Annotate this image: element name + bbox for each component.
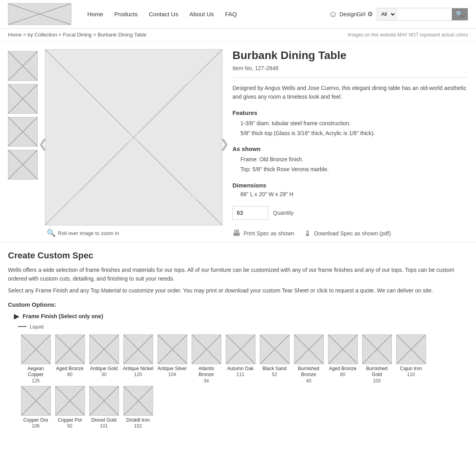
finish-item[interactable]: Burnished Gold103 bbox=[361, 334, 393, 384]
finish-count: 80 bbox=[67, 372, 72, 377]
finish-item[interactable]: Burnished Bronze40 bbox=[293, 334, 324, 384]
finish-item[interactable]: Drexel Gold101 bbox=[88, 386, 120, 429]
custom-spec-desc1: Wells offers a wide selection of frame f… bbox=[8, 266, 468, 283]
logo[interactable] bbox=[8, 3, 71, 25]
quantity-label: Quantity bbox=[273, 210, 294, 216]
finish-name: Cajun Iron bbox=[400, 366, 422, 372]
finish-name: Burnished Gold bbox=[361, 366, 393, 378]
finish-swatch bbox=[21, 386, 51, 416]
finish-item[interactable]: Driskill Iron102 bbox=[122, 386, 154, 429]
finish-count: 30 bbox=[101, 372, 106, 377]
gear-icon[interactable]: ⚙ bbox=[367, 10, 373, 18]
print-spec-button[interactable]: 🖶 Print Spec as shown bbox=[232, 229, 294, 238]
finish-item[interactable]: Antique Gold30 bbox=[88, 334, 120, 384]
product-title: Burbank Dining Table bbox=[232, 49, 468, 62]
finish-item[interactable]: Atlantis Bronze34 bbox=[190, 334, 222, 384]
finish-name: Antique Gold bbox=[90, 366, 117, 372]
username: DesignGirl bbox=[340, 11, 365, 17]
search-input[interactable] bbox=[396, 8, 452, 20]
nav-about[interactable]: About Us bbox=[189, 11, 214, 17]
product-info: Burbank Dining Table Item No. 127-2848 D… bbox=[228, 49, 468, 238]
search-select[interactable]: All bbox=[377, 8, 396, 20]
finish-item[interactable]: Copper Ore106 bbox=[20, 386, 52, 429]
breadcrumb-collection[interactable]: by Collection bbox=[28, 32, 57, 38]
finish-swatch bbox=[21, 334, 51, 364]
finish-swatch bbox=[123, 386, 153, 416]
next-button[interactable]: ❯ bbox=[217, 135, 231, 153]
finish-name: Aegean Copper bbox=[20, 366, 52, 378]
finish-count: 120 bbox=[134, 372, 142, 377]
breadcrumb: Home > by Collection > Focal Dining > Bu… bbox=[8, 32, 146, 38]
feature-1: 1-3/8" diam. tubular steel frame constru… bbox=[240, 118, 468, 128]
finish-item[interactable]: Aged Bronze80 bbox=[327, 334, 359, 384]
nav-contact[interactable]: Contact Us bbox=[149, 11, 178, 17]
as-shown-section: As shown Frame: Old Bronze finish. Top: … bbox=[232, 145, 468, 174]
finish-swatch bbox=[89, 334, 119, 364]
prev-button[interactable]: ❮ bbox=[36, 135, 50, 153]
finishes-grid: Aegean Copper125Aged Bronze80Antique Gol… bbox=[8, 334, 468, 429]
liquid-label: Liquid bbox=[30, 324, 44, 330]
breadcrumb-bar: Home > by Collection > Focal Dining > Bu… bbox=[0, 29, 476, 41]
thumbnail-4[interactable] bbox=[8, 150, 38, 180]
finish-name: Copper Ore bbox=[23, 417, 48, 424]
finish-swatch bbox=[294, 334, 324, 364]
item-number: Item No. 127-2848 bbox=[232, 65, 468, 78]
frame-finish-row: ▶ Frame Finish (Select only one) bbox=[14, 312, 468, 321]
finish-item[interactable]: Cajun Iron110 bbox=[395, 334, 427, 384]
search-button[interactable]: 🔍 bbox=[452, 8, 468, 20]
color-notice: Images on this website MAY NOT represent… bbox=[348, 32, 468, 38]
finish-count: 103 bbox=[373, 378, 381, 384]
dimensions-label: Dimensions bbox=[232, 182, 468, 189]
finish-item[interactable]: Antique Nickel120 bbox=[122, 334, 154, 384]
finish-count: 52 bbox=[272, 372, 277, 377]
feature-2: 5/8" thick top (Glass is 3/16" thick, Ac… bbox=[240, 128, 468, 138]
liquid-row: Liquid bbox=[18, 324, 468, 330]
finish-item[interactable]: Autumn Oak111 bbox=[225, 334, 256, 384]
finish-name: Antique Silver bbox=[157, 366, 187, 372]
dimensions-value: 66" L x 20" W x 29" H bbox=[240, 191, 468, 197]
custom-spec-title: Create Custom Spec bbox=[8, 250, 468, 261]
nav-home[interactable]: Home bbox=[87, 11, 103, 17]
nav-faq[interactable]: FAQ bbox=[225, 11, 237, 17]
finish-name: Autumn Oak bbox=[227, 366, 254, 372]
finish-swatch bbox=[362, 334, 392, 364]
printer-icon: 🖶 bbox=[232, 229, 240, 238]
print-spec-label: Print Spec as shown bbox=[244, 230, 294, 237]
thumbnail-list bbox=[8, 51, 39, 238]
liquid-line bbox=[18, 326, 27, 327]
quantity-input[interactable] bbox=[232, 206, 268, 220]
finish-name: Aged Bronze bbox=[56, 366, 83, 372]
as-shown-label: As shown bbox=[232, 145, 468, 152]
breadcrumb-focal-dining[interactable]: Focal Dining bbox=[63, 32, 92, 38]
finish-item[interactable]: Aged Bronze80 bbox=[54, 334, 86, 384]
finish-item[interactable]: Copper Pot92 bbox=[54, 386, 86, 429]
main-nav: Home Products Contact Us About Us FAQ bbox=[87, 11, 237, 17]
features-label: Features bbox=[232, 109, 468, 116]
nav-products[interactable]: Products bbox=[114, 11, 138, 17]
finish-count: 34 bbox=[203, 378, 209, 384]
finish-count: 111 bbox=[236, 372, 244, 377]
finish-count: 104 bbox=[168, 372, 176, 377]
finish-item[interactable]: Black Sand52 bbox=[259, 334, 290, 384]
finish-swatch bbox=[55, 334, 85, 364]
breadcrumb-home[interactable]: Home bbox=[8, 32, 22, 38]
finish-count: 101 bbox=[100, 423, 108, 429]
action-buttons: 🖶 Print Spec as shown ⇓ Download Spec as… bbox=[232, 229, 468, 238]
finish-name: Copper Pot bbox=[58, 417, 82, 424]
finish-item[interactable]: Antique Silver104 bbox=[156, 334, 188, 384]
zoom-icon: 🔍 bbox=[47, 229, 56, 237]
finish-item[interactable]: Aegean Copper125 bbox=[20, 334, 52, 384]
finish-count: 125 bbox=[32, 378, 40, 384]
thumbnail-2[interactable] bbox=[8, 84, 38, 114]
download-spec-button[interactable]: ⇓ Download Spec as shown (pdf) bbox=[304, 229, 391, 238]
thumbnail-3[interactable] bbox=[8, 117, 38, 147]
finish-count: 110 bbox=[407, 372, 415, 377]
quantity-row: Quantity bbox=[232, 206, 468, 220]
top-material: Top: 5/8" thick Rose Verona marble. bbox=[240, 164, 468, 174]
main-image[interactable] bbox=[45, 49, 223, 225]
main-image-container: ❮ ❯ 🔍 Roll over image to zoom in bbox=[45, 49, 223, 238]
finish-swatch bbox=[89, 386, 119, 416]
finish-name: Atlantis Bronze bbox=[190, 366, 222, 378]
search-container: All 🔍 bbox=[377, 8, 468, 21]
thumbnail-1[interactable] bbox=[8, 51, 38, 81]
